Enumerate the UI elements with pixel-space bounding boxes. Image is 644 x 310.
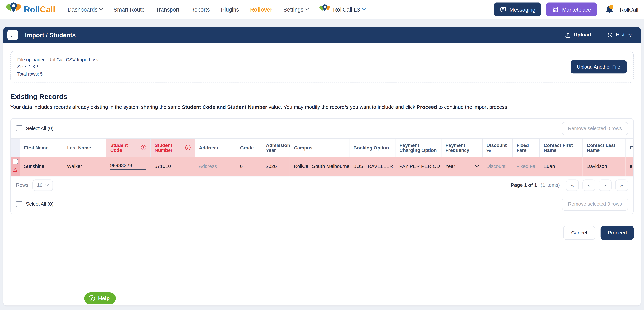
select-all-checkbox[interactable]	[16, 201, 22, 207]
booking-option-select[interactable]: BUS TRAVELLER	[353, 164, 391, 169]
cell-address	[195, 156, 236, 176]
col-fixed-fare: Fixed Fare	[512, 139, 539, 156]
table-header-row: First Name Last Name Student Codei Stude…	[11, 139, 633, 156]
file-info: File uploaded: RollCall CSV Import.csv S…	[17, 56, 98, 78]
campus-select[interactable]: RollCall South Melbourne	[294, 164, 345, 169]
rollcall-logo[interactable]: RollCall	[6, 2, 55, 17]
pagination-bar: Rows 10 Page 1 of 1 (1 items) « ‹ › »	[11, 177, 633, 194]
cell-contact-first-name: Euan	[539, 156, 582, 176]
remove-selected-button-top[interactable]: Remove selected 0 rows	[562, 122, 628, 135]
workspace-label: RollCall L3	[333, 6, 360, 12]
app-root: RollCall Dashboards Smart Route Transpor…	[0, 0, 644, 310]
previous-page-button[interactable]: ‹	[582, 180, 595, 191]
nav-right-group: Messaging Marketplace 9+ RollCall	[494, 2, 638, 16]
rollcall-pins-icon	[6, 2, 22, 17]
chevron-down-icon	[305, 7, 309, 10]
table-top-bar: Select All (0) Remove selected 0 rows	[11, 118, 633, 138]
chevron-down-icon	[362, 7, 366, 10]
page-title: Import / Students	[25, 32, 76, 38]
nav-item-reports[interactable]: Reports	[190, 6, 210, 12]
remove-selected-button-bottom[interactable]: Remove selected 0 rows	[562, 198, 628, 210]
cell-first-name: Sunshine	[20, 156, 63, 176]
col-last-name: Last Name	[63, 139, 106, 156]
col-discount: Discount %	[482, 139, 512, 156]
account-name[interactable]: RollCall	[620, 6, 638, 12]
col-address: Address	[195, 139, 236, 156]
payment-charging-option-select[interactable]: PAY PER PERIOD	[399, 164, 437, 169]
payment-frequency-select[interactable]: Year	[445, 164, 478, 169]
info-icon[interactable]: i	[141, 145, 146, 150]
row-select-cell: ⚠	[11, 156, 20, 176]
fixed-fare-input[interactable]	[516, 164, 535, 169]
chevron-down-icon	[475, 164, 479, 168]
import-students-card: ← Import / Students Upload History	[3, 27, 641, 306]
select-all-bottom[interactable]: Select All (0)	[16, 201, 54, 207]
rows-per-page-select[interactable]: 10	[32, 180, 53, 191]
proceed-button[interactable]: Proceed	[601, 226, 634, 240]
nav-item-rollover[interactable]: Rollover	[250, 6, 272, 12]
existing-records-title: Existing Records	[10, 93, 634, 101]
col-admission-year: Admission Year	[262, 139, 290, 156]
workspace-switcher[interactable]: RollCall L3	[319, 4, 365, 15]
col-payment-frequency: Payment Frequency	[441, 139, 482, 156]
nav-menu: Dashboards Smart Route Transport Reports…	[68, 6, 308, 12]
table-scroll-area[interactable]: First Name Last Name Student Codei Stude…	[11, 138, 633, 176]
storefront-icon	[552, 6, 559, 13]
back-button[interactable]: ←	[8, 30, 18, 40]
pagination-controls: Page 1 of 1 (1 items) « ‹ › »	[511, 180, 628, 191]
header-actions: Upload History	[565, 32, 632, 38]
address-input[interactable]	[199, 164, 232, 169]
col-student-number: Student Numberi	[150, 139, 195, 156]
col-grade: Grade	[236, 139, 262, 156]
last-page-button[interactable]: »	[615, 180, 628, 191]
history-clock-icon	[607, 32, 613, 38]
brand-wordmark: RollCall	[24, 4, 55, 14]
help-button[interactable]: ? Help	[84, 292, 116, 304]
notifications-bell-icon[interactable]: 9+	[604, 4, 614, 15]
nav-item-dashboards[interactable]: Dashboards	[68, 6, 102, 12]
cell-payment-charging-option: PAY PER PERIOD	[395, 156, 441, 176]
rows-per-page: Rows 10	[16, 180, 53, 191]
upload-another-file-button[interactable]: Upload Another File	[570, 60, 627, 73]
nav-item-smart-route[interactable]: Smart Route	[114, 6, 144, 12]
upload-link[interactable]: Upload	[565, 32, 591, 38]
marketplace-button[interactable]: Marketplace	[546, 2, 597, 16]
cell-student-number: 571610	[150, 156, 195, 176]
col-booking-option: Booking Option	[349, 139, 395, 156]
cancel-button[interactable]: Cancel	[563, 226, 595, 240]
select-all-top[interactable]: Select All (0)	[16, 125, 54, 131]
col-contact-first-name: Contact First Name	[539, 139, 582, 156]
next-page-button[interactable]: ›	[599, 180, 612, 191]
col-contact-last-name: Contact Last Name	[582, 139, 626, 156]
nav-item-plugins[interactable]: Plugins	[221, 6, 239, 12]
warning-icon: ⚠	[11, 167, 20, 172]
chevron-down-icon	[100, 7, 103, 10]
file-upload-summary: File uploaded: RollCall CSV Import.csv S…	[10, 51, 634, 83]
cell-campus: RollCall South Melbourne	[290, 156, 349, 176]
nav-item-settings[interactable]: Settings	[284, 6, 308, 12]
col-student-code: Student Codei	[106, 139, 150, 156]
cell-contact-last-name: Davidson	[582, 156, 626, 176]
col-campus: Campus	[290, 139, 349, 156]
select-all-checkbox[interactable]	[16, 125, 22, 131]
table-bottom-bar: Select All (0) Remove selected 0 rows	[11, 194, 633, 214]
file-size-line: Size: 1 KB	[17, 64, 98, 71]
rows-label: Rows	[16, 182, 28, 188]
existing-records-description: Your data includes records already exist…	[10, 104, 634, 110]
col-payment-charging-option: Payment Charging Option	[395, 139, 441, 156]
existing-records-table-card: Select All (0) Remove selected 0 rows Fi…	[10, 118, 634, 214]
row-checkbox[interactable]	[12, 159, 18, 164]
history-link[interactable]: History	[607, 32, 632, 38]
messaging-button[interactable]: Messaging	[494, 2, 541, 16]
file-rows-line: Total rows: 5	[17, 70, 98, 78]
student-code-input[interactable]	[110, 163, 146, 170]
workspace-logo-icon	[319, 4, 330, 15]
table-row: ⚠ Sunshine Walker 571610	[11, 156, 633, 176]
info-icon[interactable]: i	[185, 145, 190, 150]
col-email-truncated: E	[626, 139, 633, 156]
first-page-button[interactable]: «	[566, 180, 579, 191]
discount-input[interactable]	[486, 164, 508, 169]
nav-item-transport[interactable]: Transport	[156, 6, 180, 12]
page-header: ← Import / Students Upload History	[3, 27, 641, 43]
header-checkbox-cell	[11, 139, 20, 156]
